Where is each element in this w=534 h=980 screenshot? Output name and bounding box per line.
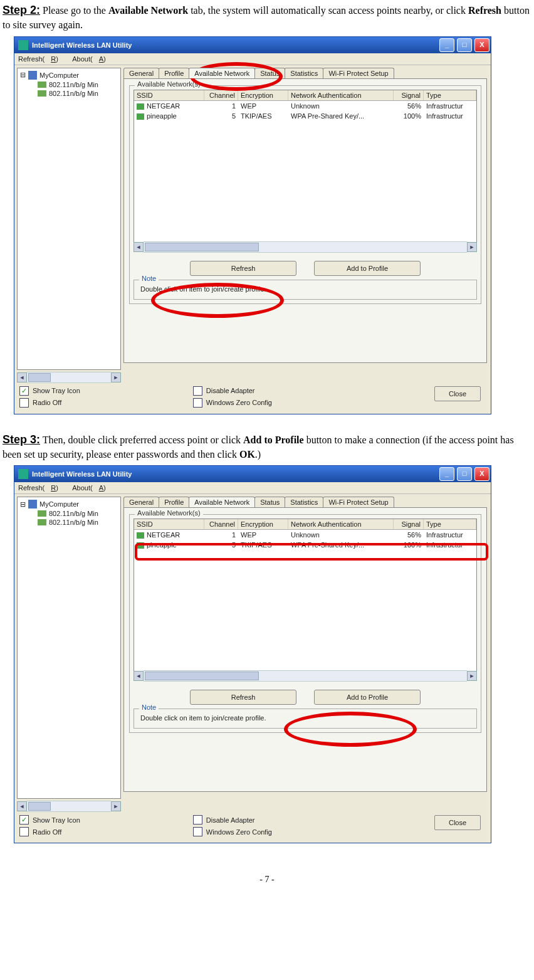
available-networks-group: Available Network(s) SSID Channel Encryp… xyxy=(129,85,481,304)
scroll-left-button[interactable]: ◄ xyxy=(134,671,144,681)
col-ssid[interactable]: SSID xyxy=(134,90,204,100)
scroll-left-button[interactable]: ◄ xyxy=(17,801,27,811)
col-type[interactable]: Type xyxy=(424,90,476,100)
close-window-button[interactable]: X xyxy=(474,38,490,52)
network-row[interactable]: NETGEAR 1 WEP Unknown 56% Infrastructur xyxy=(134,530,476,540)
network-list[interactable]: SSID Channel Encryption Network Authenti… xyxy=(134,90,477,243)
tab-wifi-protect-setup[interactable]: Wi-Fi Protect Setup xyxy=(323,497,394,507)
checkbox-icon xyxy=(193,386,202,396)
scroll-thumb[interactable] xyxy=(145,672,259,680)
scroll-thumb[interactable] xyxy=(28,802,51,811)
refresh-button[interactable]: Refresh xyxy=(190,261,296,276)
tab-wifi-protect-setup[interactable]: Wi-Fi Protect Setup xyxy=(323,68,394,78)
tab-general[interactable]: General xyxy=(123,68,159,78)
col-signal[interactable]: Signal xyxy=(394,519,424,529)
scroll-thumb[interactable] xyxy=(28,373,51,382)
device-tree[interactable]: ⊟MyComputer 802.11n/b/g Min 802.11n/b/g … xyxy=(17,68,121,370)
tab-available-network[interactable]: Available Network xyxy=(189,497,255,507)
add-to-profile-button[interactable]: Add to Profile xyxy=(314,690,421,705)
col-channel[interactable]: Channel xyxy=(204,90,238,100)
close-window-button[interactable]: X xyxy=(474,467,490,481)
close-button[interactable]: Close xyxy=(434,386,481,401)
network-row-selected[interactable]: pineapple 5 TKIP/AES WPA Pre-Shared Key/… xyxy=(134,540,476,550)
signal-icon xyxy=(137,113,144,120)
checkbox-icon xyxy=(19,827,29,836)
network-row[interactable]: pineapple 5 TKIP/AES WPA Pre-Shared Key/… xyxy=(134,111,476,121)
tab-profile[interactable]: Profile xyxy=(159,497,189,507)
signal-icon xyxy=(137,103,144,110)
col-ssid[interactable]: SSID xyxy=(134,519,204,529)
checkbox-icon xyxy=(193,827,202,836)
list-header: SSID Channel Encryption Network Authenti… xyxy=(134,90,476,101)
col-encryption[interactable]: Encryption xyxy=(238,90,288,100)
tree-root[interactable]: ⊟MyComputer xyxy=(20,71,118,80)
scroll-left-button[interactable]: ◄ xyxy=(17,372,27,382)
group-legend: Available Network(s) xyxy=(135,509,203,517)
nic-icon xyxy=(38,519,46,525)
titlebar[interactable]: Intelligent Wireless LAN Utility _ □ X xyxy=(14,37,491,53)
tree-item[interactable]: 802.11n/b/g Min xyxy=(38,510,118,517)
col-auth[interactable]: Network Authentication xyxy=(288,519,394,529)
check-wzc[interactable]: Windows Zero Config xyxy=(193,827,272,836)
tab-statistics[interactable]: Statistics xyxy=(285,68,323,78)
col-encryption[interactable]: Encryption xyxy=(238,519,288,529)
col-type[interactable]: Type xyxy=(424,519,476,529)
tab-statistics[interactable]: Statistics xyxy=(285,497,323,507)
col-channel[interactable]: Channel xyxy=(204,519,238,529)
minimize-button[interactable]: _ xyxy=(439,467,454,481)
tree-item[interactable]: 802.11n/b/g Min xyxy=(38,90,118,97)
tree-panel: ⊟MyComputer 802.11n/b/g Min 802.11n/b/g … xyxy=(14,494,121,811)
list-header: SSID Channel Encryption Network Authenti… xyxy=(134,519,476,530)
scroll-right-button[interactable]: ► xyxy=(467,242,477,252)
menubar: Refresh(R) About(A) xyxy=(14,482,491,494)
maximize-button[interactable]: □ xyxy=(457,38,472,52)
tab-profile[interactable]: Profile xyxy=(159,68,189,78)
bottom-bar: ✓Show Tray Icon Radio Off Disable Adapte… xyxy=(14,811,491,843)
nic-icon xyxy=(38,82,46,88)
note-group: Note Double click on item to join/create… xyxy=(134,280,477,300)
list-scrollbar[interactable]: ◄ ► xyxy=(134,242,477,252)
tree-item[interactable]: 802.11n/b/g Min xyxy=(38,519,118,526)
checkbox-icon: ✓ xyxy=(19,815,29,825)
check-show-tray[interactable]: ✓Show Tray Icon xyxy=(19,815,80,825)
check-disable-adapter[interactable]: Disable Adapter xyxy=(193,815,272,825)
menu-about[interactable]: About(A) xyxy=(72,484,112,492)
note-legend: Note xyxy=(139,275,159,282)
tab-status[interactable]: Status xyxy=(254,68,285,78)
check-wzc[interactable]: Windows Zero Config xyxy=(193,398,272,408)
refresh-button[interactable]: Refresh xyxy=(190,690,296,705)
check-radio-off[interactable]: Radio Off xyxy=(19,398,80,408)
scroll-right-button[interactable]: ► xyxy=(467,671,477,681)
scroll-right-button[interactable]: ► xyxy=(111,801,121,811)
maximize-button[interactable]: □ xyxy=(457,467,472,481)
list-scrollbar[interactable]: ◄ ► xyxy=(134,671,477,681)
tab-available-network[interactable]: Available Network xyxy=(189,68,255,78)
menu-refresh[interactable]: Refresh(R) xyxy=(18,484,65,492)
scroll-thumb[interactable] xyxy=(145,243,259,251)
tree-scrollbar[interactable]: ◄ ► xyxy=(17,801,121,811)
scroll-right-button[interactable]: ► xyxy=(111,372,121,382)
col-auth[interactable]: Network Authentication xyxy=(288,90,394,100)
network-row[interactable]: NETGEAR 1 WEP Unknown 56% Infrastructur xyxy=(134,101,476,111)
menu-about[interactable]: About(A) xyxy=(72,55,112,63)
tab-general[interactable]: General xyxy=(123,497,159,507)
tree-scrollbar[interactable]: ◄ ► xyxy=(17,372,121,382)
check-disable-adapter[interactable]: Disable Adapter xyxy=(193,386,272,396)
device-tree[interactable]: ⊟MyComputer 802.11n/b/g Min 802.11n/b/g … xyxy=(17,497,121,799)
check-radio-off[interactable]: Radio Off xyxy=(19,827,80,836)
titlebar[interactable]: Intelligent Wireless LAN Utility _ □ X xyxy=(14,466,491,482)
wlan-utility-window-2: Intelligent Wireless LAN Utility _ □ X R… xyxy=(14,465,491,843)
signal-icon xyxy=(137,532,144,539)
add-to-profile-button[interactable]: Add to Profile xyxy=(314,261,421,276)
page-number: - 7 - xyxy=(3,875,531,885)
close-button[interactable]: Close xyxy=(434,815,481,830)
scroll-left-button[interactable]: ◄ xyxy=(134,242,144,252)
network-list[interactable]: SSID Channel Encryption Network Authenti… xyxy=(134,519,477,672)
tree-item[interactable]: 802.11n/b/g Min xyxy=(38,81,118,88)
col-signal[interactable]: Signal xyxy=(394,90,424,100)
check-show-tray[interactable]: ✓Show Tray Icon xyxy=(19,386,80,396)
tab-status[interactable]: Status xyxy=(254,497,285,507)
tree-root[interactable]: ⊟MyComputer xyxy=(20,500,118,508)
menu-refresh[interactable]: Refresh(R) xyxy=(18,55,65,63)
minimize-button[interactable]: _ xyxy=(439,38,454,52)
